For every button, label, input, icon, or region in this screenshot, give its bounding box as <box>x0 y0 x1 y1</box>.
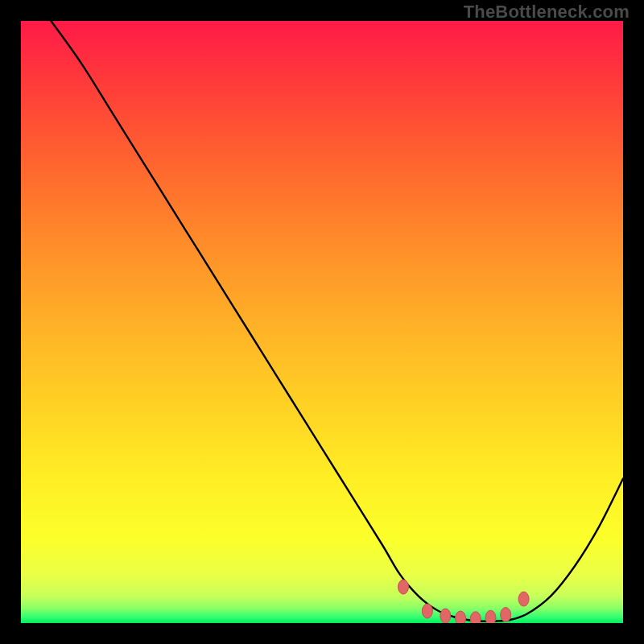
curve-marker <box>518 592 529 606</box>
curve-marker <box>422 604 432 618</box>
curve-marker <box>398 580 408 594</box>
bottleneck-curve <box>51 21 623 621</box>
curve-marker <box>485 610 496 623</box>
curve-marker <box>470 612 481 623</box>
watermark-text: TheBottleneck.com <box>464 2 630 23</box>
curve-marker <box>456 611 466 623</box>
curve-markers <box>398 580 529 623</box>
chart-svg <box>21 21 623 623</box>
curve-marker <box>440 609 451 623</box>
chart-frame: TheBottleneck.com <box>0 0 644 644</box>
curve-marker <box>501 608 511 622</box>
